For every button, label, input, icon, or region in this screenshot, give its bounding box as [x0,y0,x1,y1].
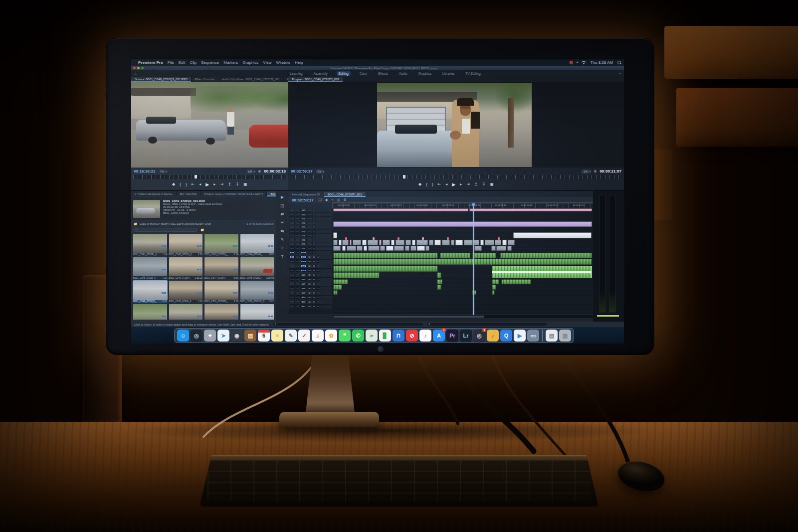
toggle-sync-lock-icon[interactable] [308,243,311,245]
timeline-clip[interactable] [485,240,494,245]
timeline-clip[interactable] [440,253,470,258]
mute-button[interactable]: M [308,265,311,268]
minimize-window-button[interactable] [137,67,140,69]
timeline-clip[interactable] [513,232,592,238]
solo-button[interactable]: S [312,287,316,290]
program-ruler[interactable] [291,175,621,179]
dock-icon-play-app[interactable]: ▶ [514,330,526,342]
timeline-clip[interactable] [357,246,363,251]
program-add-marker-button[interactable]: ◆ [418,182,421,186]
toggle-sync-lock-icon[interactable] [308,239,311,241]
dock-icon-premiere-pro[interactable]: Pr [446,330,458,342]
track-lock-icon[interactable] [296,301,299,304]
toggle-sync-lock-icon[interactable] [308,209,311,211]
track-lock-icon[interactable] [296,305,299,308]
scrollbar-right[interactable]: 0 [427,323,547,326]
toggle-sync-lock-icon[interactable] [308,222,311,224]
project-item[interactable]: B001_C042_0720VI_02:22 [169,234,203,256]
menu-item-markers[interactable]: Markers [223,60,238,65]
timeline-clip[interactable] [412,240,415,245]
timeline-ruler[interactable]: 00:00:29:2300:00:59:2200:01:29:2100:01:5… [332,203,593,208]
source-patch[interactable] [290,239,295,241]
project-tab-0[interactable]: s Trailers Designed 2 Stereo [131,191,177,196]
source-step-back-button[interactable]: ◂ [199,182,201,186]
track-lock-icon[interactable] [296,239,299,241]
video-track-header-v1[interactable]: V1V1 [289,251,332,255]
track-lock-icon[interactable] [296,222,299,224]
mute-button[interactable]: M [308,305,311,308]
track-lock-icon[interactable] [296,213,299,216]
timeline-clip[interactable] [333,246,341,251]
track-lock-icon[interactable] [296,269,299,272]
slip-tool[interactable]: ⇆ [281,229,284,233]
workspace-tab-effects[interactable]: Effects [376,71,390,76]
timeline-clip[interactable] [501,279,531,284]
pen-tool[interactable]: ✎ [281,237,284,242]
workspace-tab-editing[interactable]: Editing [337,71,351,76]
project-item[interactable]: B001_C052_0720CK_05:21 [240,281,274,303]
project-item[interactable]: B001_C043_0720DQ_8:14 [204,234,238,256]
mute-button[interactable]: M [308,283,311,286]
program-extract-button[interactable]: ↧ [482,182,486,186]
toggle-track-output-icon[interactable] [312,243,316,245]
program-playhead[interactable] [403,175,405,178]
menu-item-file[interactable]: File [168,60,174,65]
mute-button[interactable]: M [308,269,311,272]
timeline-clip[interactable] [405,246,409,251]
source-patch[interactable]: V1 [290,251,295,254]
source-patch[interactable] [290,222,295,224]
menu-item-edit[interactable]: Edit [179,60,186,65]
program-mark-in-button[interactable]: { [426,182,427,186]
source-play-button[interactable]: ▶ [205,182,209,187]
audio-track-header-a7[interactable]: A7MS [289,282,332,287]
timeline-clip[interactable] [417,246,424,251]
menu-item-window[interactable]: Window [276,60,290,65]
solo-button[interactable]: S [312,260,316,263]
hand-tool[interactable]: ☞ [280,246,284,250]
toggle-sync-lock-icon[interactable] [308,217,311,220]
project-item[interactable] [240,304,274,320]
timeline-clip[interactable] [333,208,468,211]
wifi-icon[interactable] [582,61,586,64]
workspace-tab-assembly[interactable]: Assembly [312,71,330,76]
source-patch[interactable] [290,230,295,233]
source-mark-in-button[interactable]: { [180,182,181,186]
source-export-frame-button[interactable]: ▣ [243,182,247,186]
track-lock-icon[interactable] [296,296,299,299]
program-play-button[interactable]: ▶ [452,182,455,187]
dock-icon-reminders[interactable]: ✓ [298,330,310,342]
project-item[interactable] [169,304,203,320]
timeline-tab-0[interactable]: Nested Sequence 03 [289,192,324,197]
source-patch[interactable] [290,305,295,308]
timeline-clip[interactable] [464,240,473,245]
timeline-clip[interactable] [333,259,592,265]
project-item-selected[interactable]: B001_C049_0720Q3_2:18 [133,281,167,303]
workspace-tab-tv-editing[interactable]: TV Editing [464,71,483,76]
solo-button[interactable]: S [312,269,316,272]
mute-button[interactable]: M [308,278,311,281]
project-tab-2[interactable]: Project: Copy of MONEY NOW (FULL EDIT) [200,191,267,196]
spotlight-icon[interactable] [617,61,621,64]
source-patch[interactable] [290,226,295,228]
voiceover-record-icon[interactable] [317,287,320,290]
dock-icon-document[interactable]: ▤ [546,330,558,342]
project-item[interactable]: B001_C041_0720EL_01:14 [133,234,167,256]
timeline-clip[interactable] [368,246,379,251]
timeline-clip[interactable] [434,240,441,245]
dock-icon-quicktime[interactable]: Q [500,330,512,342]
timeline-clip[interactable] [492,285,496,290]
track-select-tool[interactable]: ◫ [280,203,284,208]
timeline-clip[interactable] [492,279,499,284]
selection-tool[interactable]: ▶ [281,195,284,199]
timeline-clip[interactable] [353,240,361,245]
track-lock-icon[interactable] [296,260,299,263]
dock-icon-trash[interactable]: ▥ [559,330,571,342]
program-settings-wrench-icon[interactable]: ⚙ [594,170,597,174]
video-track-header-v3[interactable]: V3 [289,242,332,247]
timeline-clip[interactable] [350,240,352,245]
mute-button[interactable]: M [308,256,311,259]
in-folder-icon[interactable]: 📁 [200,228,204,231]
timeline-clip[interactable] [333,266,438,272]
dock-icon-lightroom[interactable]: Lr [460,330,472,342]
timeline-tab-1[interactable]: B001_C046_0720ITI_001 [324,192,366,197]
